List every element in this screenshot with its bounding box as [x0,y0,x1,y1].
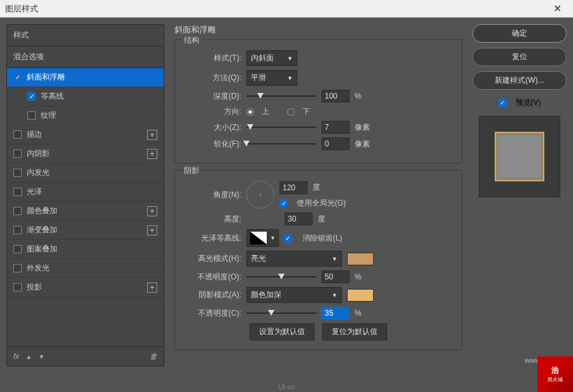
highlight-color-swatch[interactable] [347,253,374,265]
depth-input[interactable]: 100 [322,90,350,102]
antialias-label: 消除锯齿(L) [302,233,343,244]
style-checkbox[interactable] [13,150,22,158]
highlight-opacity-slider[interactable] [246,272,316,281]
style-checkbox[interactable] [27,111,36,120]
direction-down-label: 下 [302,106,310,117]
style-checkbox[interactable] [13,226,22,234]
plus-icon[interactable]: + [147,149,157,159]
soften-label: 软化(F): [184,139,241,150]
style-checkbox[interactable] [13,188,22,196]
style-item[interactable]: 光泽 [7,183,164,202]
shadow-mode-select[interactable]: 颜色加深▼ [246,287,342,303]
soften-unit: 像素 [355,139,374,150]
highlight-mode-label: 高光模式(H): [184,253,241,264]
angle-input[interactable]: 120 [279,181,308,194]
contour-swatch [250,231,267,245]
style-checkbox[interactable] [13,169,22,177]
arrow-up-icon[interactable]: ▲ [25,353,32,360]
ok-button[interactable]: 确定 [472,24,567,43]
gloss-contour-select[interactable]: ▼ [246,229,279,247]
style-item[interactable]: 颜色叠加+ [7,202,164,221]
style-label: 外发光 [27,263,50,274]
style-item[interactable]: 图案叠加 [7,240,164,259]
style-item[interactable]: 描边+ [7,125,164,144]
preview-label: 预览(V) [516,97,541,108]
dialog-title: 图层样式 [5,3,38,15]
shadow-opacity-unit: % [355,309,374,318]
style-item[interactable]: 内发光 [7,164,164,183]
styles-panel: 样式 混合选项 斜面和浮雕等高线纹理描边+内阴影+内发光光泽颜色叠加+渐变叠加+… [6,24,164,367]
close-icon[interactable]: ✕ [547,3,568,15]
style-item[interactable]: 纹理 [7,106,164,125]
soften-input[interactable]: 0 [322,137,350,150]
reset-default-button[interactable]: 复位为默认值 [322,323,387,340]
gloss-label: 光泽等高线: [184,233,241,244]
style-item[interactable]: 投影+ [7,278,164,297]
style-checkbox[interactable] [13,207,22,215]
size-slider[interactable] [246,123,316,132]
plus-icon[interactable]: + [147,225,157,235]
trash-icon[interactable]: 🗑 [150,352,157,361]
antialias-checkbox[interactable] [284,234,292,242]
direction-down-radio[interactable] [287,108,295,116]
bottom-logo: UI cn [278,383,295,391]
corner-logo: 浩 然火城 [537,356,573,392]
chevron-down-icon: ▼ [332,256,337,262]
shadow-opacity-input[interactable]: 35 [322,307,350,319]
settings-panel: 斜面和浮雕 结构 样式(T): 内斜面▼ 方法(Q): 平滑▼ 深度(D): 1… [171,24,466,367]
style-label: 描边 [27,129,42,140]
direction-up-label: 上 [262,106,269,117]
plus-icon[interactable]: + [147,283,157,293]
plus-icon[interactable]: + [147,130,157,140]
cancel-button[interactable]: 复位 [472,48,567,66]
styles-header[interactable]: 样式 [7,25,164,46]
size-input[interactable]: 7 [322,121,350,134]
plus-icon[interactable]: + [147,206,157,216]
style-item[interactable]: 渐变叠加+ [7,221,164,240]
style-checkbox[interactable] [13,283,22,291]
depth-label: 深度(D): [184,91,241,102]
preview-swatch [495,132,544,181]
style-label: 内发光 [27,167,50,178]
highlight-opacity-input[interactable]: 50 [322,270,350,283]
style-select[interactable]: 内斜面▼ [246,50,297,66]
shadow-color-swatch[interactable] [347,289,374,302]
highlight-opacity-unit: % [355,272,374,281]
style-checkbox[interactable] [13,245,22,253]
titlebar: 图层样式 ✕ [0,0,573,18]
style-item[interactable]: 外发光 [7,259,164,278]
highlight-opacity-label: 不透明度(O): [184,272,241,283]
arrow-down-icon[interactable]: ▼ [38,353,45,360]
highlight-mode-select[interactable]: 亮光▼ [246,251,342,267]
style-label: 斜面和浮雕 [27,72,65,83]
angle-dial[interactable] [246,181,274,209]
style-checkbox[interactable] [13,264,22,272]
set-default-button[interactable]: 设置为默认值 [250,323,315,340]
chevron-down-icon: ▼ [332,292,337,298]
style-item[interactable]: 等高线 [7,87,164,106]
chevron-down-icon: ▼ [270,235,276,241]
fx-label[interactable]: fx [13,352,19,361]
shadow-mode-label: 阴影模式(A): [184,290,241,300]
style-item[interactable]: 内阴影+ [7,144,164,164]
preview-checkbox[interactable] [499,99,507,107]
style-checkbox[interactable] [27,92,36,101]
depth-slider[interactable] [246,92,316,101]
soften-slider[interactable] [246,139,316,148]
altitude-input[interactable]: 30 [285,213,313,225]
size-label: 大小(Z): [184,122,241,133]
style-label: 样式(T): [184,53,241,64]
global-light-checkbox[interactable] [279,199,288,207]
direction-up-radio[interactable] [246,108,254,116]
style-checkbox[interactable] [13,73,22,81]
dialog-body: 样式 混合选项 斜面和浮雕等高线纹理描边+内阴影+内发光光泽颜色叠加+渐变叠加+… [0,18,573,373]
style-label: 投影 [27,282,42,293]
style-checkbox[interactable] [13,130,22,139]
shading-legend: 阴影 [181,165,202,176]
blend-options[interactable]: 混合选项 [7,46,164,68]
section-title: 斜面和浮雕 [174,24,462,36]
new-style-button[interactable]: 新建样式(W)... [472,71,567,90]
shadow-opacity-slider[interactable] [246,309,316,318]
technique-select[interactable]: 平滑▼ [246,70,297,86]
style-item[interactable]: 斜面和浮雕 [7,68,164,87]
